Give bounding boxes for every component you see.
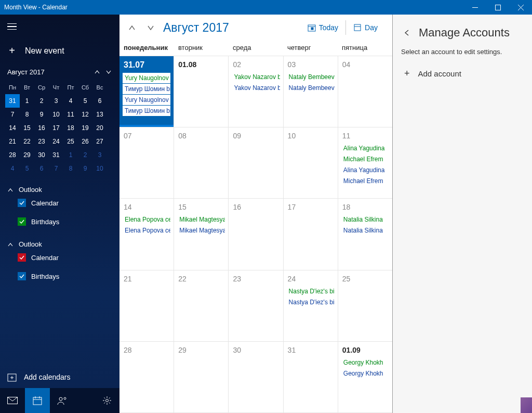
mini-day[interactable]: 31: [5, 94, 20, 108]
mini-day[interactable]: 7: [5, 108, 20, 121]
mini-day[interactable]: 15: [20, 121, 34, 135]
calendar-checkbox-item[interactable]: Calendar: [7, 248, 112, 267]
mini-day[interactable]: 6: [92, 94, 107, 108]
calendar-button[interactable]: [25, 388, 50, 413]
mini-day[interactable]: 9: [78, 162, 92, 175]
event-item[interactable]: Nastya D'iez's birth: [287, 286, 335, 296]
mini-day[interactable]: 1: [63, 148, 78, 162]
mini-day[interactable]: 18: [63, 121, 78, 135]
next-month-button[interactable]: [143, 17, 158, 38]
mini-day[interactable]: 25: [63, 135, 78, 148]
event-item[interactable]: Michael Efrem: [341, 154, 389, 164]
event-item[interactable]: Georgy Khokh: [341, 357, 389, 368]
day-cell[interactable]: 14Elena Popova cell:-Elena Popova cell:-: [119, 199, 174, 269]
event-item[interactable]: Elena Popova cell:-: [123, 214, 170, 225]
event-item[interactable]: Elena Popova cell:-: [123, 225, 170, 236]
new-event-button[interactable]: + New event: [0, 38, 119, 66]
event-item[interactable]: Тимур Шомин birt: [123, 84, 170, 94]
day-cell[interactable]: 03Nataly Bembeeva lNataly Bembeeva l: [284, 56, 338, 127]
mini-day[interactable]: 28: [5, 148, 20, 162]
mini-next-month[interactable]: [103, 66, 114, 78]
avatar[interactable]: [521, 397, 532, 413]
day-cell[interactable]: 01.08: [174, 56, 229, 127]
mini-day[interactable]: 21: [5, 135, 20, 148]
event-item[interactable]: Yury Naugolnov bi: [123, 73, 170, 83]
event-item[interactable]: Natalia Silkina: [341, 214, 389, 225]
day-cell[interactable]: 21: [119, 270, 174, 341]
mini-day[interactable]: 13: [92, 108, 107, 121]
event-item[interactable]: Mikael Magtesyan: [177, 214, 225, 225]
day-cell[interactable]: 31.07Yury Naugolnov biТимур Шомин birtYu…: [119, 56, 174, 127]
mini-day[interactable]: 19: [78, 121, 92, 135]
day-cell[interactable]: 15Mikael MagtesyanMikael Magtesyan: [174, 199, 229, 269]
day-cell[interactable]: 22: [174, 270, 229, 341]
mini-day[interactable]: 30: [34, 148, 49, 162]
calendar-checkbox-item[interactable]: Birthdays: [7, 212, 112, 231]
account-toggle[interactable]: Outlook: [7, 186, 112, 193]
people-button[interactable]: [50, 388, 75, 413]
mini-day[interactable]: 14: [5, 121, 20, 135]
maximize-button[interactable]: [486, 0, 509, 15]
mini-day[interactable]: 9: [34, 108, 49, 121]
day-cell[interactable]: 16: [229, 199, 283, 269]
day-cell[interactable]: 01.09Georgy KhokhGeorgy Khokh: [338, 342, 392, 412]
mini-day[interactable]: 10: [49, 108, 63, 121]
add-calendars-button[interactable]: Add calendars: [0, 366, 119, 388]
mini-day[interactable]: 5: [20, 162, 34, 175]
mini-day[interactable]: 3: [92, 148, 107, 162]
event-item[interactable]: Yakov Nazarov birt: [232, 83, 280, 93]
mini-day[interactable]: 26: [78, 135, 92, 148]
day-cell[interactable]: 25: [338, 270, 392, 341]
mini-day[interactable]: 2: [34, 94, 49, 108]
mini-day[interactable]: 10: [92, 162, 107, 175]
event-item[interactable]: Mikael Magtesyan: [177, 225, 225, 236]
today-button[interactable]: Today: [302, 20, 343, 35]
event-item[interactable]: Alina Yagudina: [341, 165, 389, 175]
calendar-checkbox-item[interactable]: Calendar: [7, 193, 112, 212]
mini-day[interactable]: 1: [20, 94, 34, 108]
event-item[interactable]: Alina Yagudina: [341, 143, 389, 153]
minimize-button[interactable]: [463, 0, 486, 15]
hamburger-button[interactable]: [0, 15, 119, 38]
event-item[interactable]: Yakov Nazarov birt: [232, 72, 280, 82]
day-cell[interactable]: 11Alina YagudinaMichael EfremAlina Yagud…: [338, 127, 392, 198]
event-item[interactable]: Yury Naugolnov bi: [123, 95, 170, 105]
prev-month-button[interactable]: [125, 17, 139, 38]
day-cell[interactable]: 18Natalia SilkinaNatalia Silkina: [338, 199, 392, 269]
mini-day[interactable]: 7: [49, 162, 63, 175]
mini-day[interactable]: 27: [92, 135, 107, 148]
event-item[interactable]: Nataly Bembeeva l: [287, 83, 335, 93]
close-button[interactable]: [509, 0, 532, 15]
day-cell[interactable]: 29: [174, 342, 229, 412]
event-item[interactable]: Nastya D'iez's birth: [287, 297, 335, 307]
day-cell[interactable]: 07: [119, 127, 174, 198]
calendar-checkbox-item[interactable]: Birthdays: [7, 267, 112, 286]
mini-day[interactable]: 20: [92, 121, 107, 135]
mini-day[interactable]: 6: [34, 162, 49, 175]
event-item[interactable]: Georgy Khokh: [341, 368, 389, 379]
mini-day[interactable]: 4: [63, 94, 78, 108]
day-cell[interactable]: 28: [119, 342, 174, 412]
mini-day[interactable]: 12: [78, 108, 92, 121]
mini-day[interactable]: 5: [78, 94, 92, 108]
day-cell[interactable]: 24Nastya D'iez's birthNastya D'iez's bir…: [284, 270, 338, 341]
mini-day[interactable]: 2: [78, 148, 92, 162]
day-cell[interactable]: 30: [229, 342, 283, 412]
mini-day[interactable]: 17: [49, 121, 63, 135]
event-item[interactable]: Natalia Silkina: [341, 225, 389, 236]
mini-day[interactable]: 11: [63, 108, 78, 121]
mail-button[interactable]: [0, 388, 25, 413]
settings-button[interactable]: [95, 388, 119, 413]
day-cell[interactable]: 23: [229, 270, 283, 341]
mini-day[interactable]: 8: [20, 108, 34, 121]
mini-day[interactable]: 29: [20, 148, 34, 162]
panel-back-button[interactable]: [401, 29, 413, 36]
day-cell[interactable]: 04: [338, 56, 392, 127]
day-view-button[interactable]: Day: [348, 20, 383, 35]
mini-day[interactable]: 8: [63, 162, 78, 175]
event-item[interactable]: Michael Efrem: [341, 176, 389, 186]
mini-day[interactable]: 22: [20, 135, 34, 148]
day-cell[interactable]: 10: [284, 127, 338, 198]
day-cell[interactable]: 17: [284, 199, 338, 269]
day-cell[interactable]: 02Yakov Nazarov birtYakov Nazarov birt: [229, 56, 283, 127]
